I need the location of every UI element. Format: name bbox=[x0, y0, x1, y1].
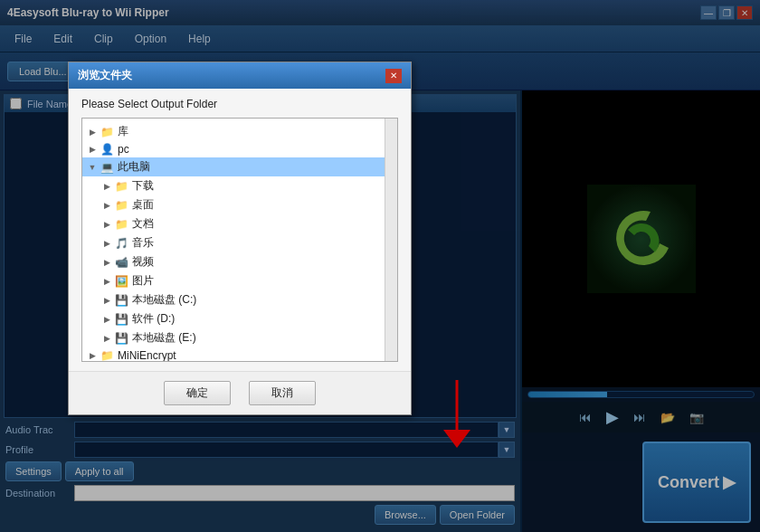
dialog-overlay: 浏览文件夹 ✕ Please Select Output Folder ▶📁库▶… bbox=[0, 0, 760, 532]
tree-item[interactable]: ▶📹视频 bbox=[82, 252, 397, 271]
tree-item[interactable]: ▼💻此电脑 bbox=[82, 157, 397, 176]
tree-item[interactable]: ▶💾本地磁盘 (E:) bbox=[82, 328, 397, 347]
tree-item[interactable]: ▶📁下载 bbox=[82, 176, 397, 195]
dialog-prompt: Please Select Output Folder bbox=[81, 98, 398, 110]
tree-item[interactable]: ▶📁库 bbox=[82, 122, 397, 141]
tree-item[interactable]: ▶📁桌面 bbox=[82, 195, 397, 214]
tree-item[interactable]: ▶💾本地磁盘 (C:) bbox=[82, 290, 397, 309]
tree-scrollbar[interactable] bbox=[385, 119, 397, 361]
tree-item[interactable]: ▶📁文档 bbox=[82, 214, 397, 233]
dialog-titlebar: 浏览文件夹 ✕ bbox=[69, 62, 411, 89]
tree-item[interactable]: ▶📁MiNiEncrypt bbox=[82, 347, 397, 362]
dialog-body: Please Select Output Folder ▶📁库▶👤pc▼💻此电脑… bbox=[69, 89, 411, 371]
browse-folder-dialog: 浏览文件夹 ✕ Please Select Output Folder ▶📁库▶… bbox=[68, 62, 412, 415]
folder-tree[interactable]: ▶📁库▶👤pc▼💻此电脑▶📁下载▶📁桌面▶📁文档▶🎵音乐▶📹视频▶🖼️图片▶💾本… bbox=[81, 118, 398, 362]
tree-item[interactable]: ▶💾软件 (D:) bbox=[82, 309, 397, 328]
tree-item[interactable]: ▶👤pc bbox=[82, 141, 397, 157]
dialog-cancel-button[interactable]: 取消 bbox=[249, 381, 316, 405]
dialog-close-button[interactable]: ✕ bbox=[385, 69, 402, 83]
tree-item[interactable]: ▶🎵音乐 bbox=[82, 233, 397, 252]
tree-item[interactable]: ▶🖼️图片 bbox=[82, 271, 397, 290]
red-arrow-indicator bbox=[443, 380, 470, 452]
dialog-confirm-button[interactable]: 确定 bbox=[164, 381, 231, 405]
dialog-title: 浏览文件夹 bbox=[78, 68, 132, 83]
svg-marker-2 bbox=[443, 430, 470, 448]
dialog-footer: 确定 取消 bbox=[69, 371, 411, 414]
